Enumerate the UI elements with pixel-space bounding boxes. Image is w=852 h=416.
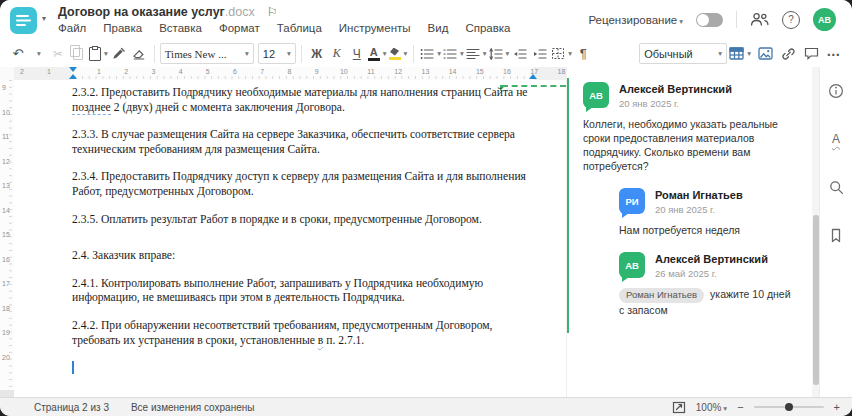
undo-button[interactable]: ↶ xyxy=(8,44,28,64)
bold-button[interactable]: Ж xyxy=(307,44,327,64)
paragraph-style-select[interactable]: Обычный▾ xyxy=(639,43,727,64)
status-bar: Страница 2 из 3 Все изменения сохранены … xyxy=(0,397,852,416)
line-spacing-button[interactable]: ▾ xyxy=(488,44,511,64)
first-line-indent-marker[interactable] xyxy=(69,67,77,72)
align-left-icon xyxy=(466,48,480,60)
avatar: РИ xyxy=(619,188,645,214)
collaboration-users-icon[interactable] xyxy=(750,12,769,27)
italic-button[interactable]: К xyxy=(327,44,347,64)
search-icon[interactable] xyxy=(827,178,845,196)
review-dropdown[interactable]: Рецензирование▾ xyxy=(588,14,683,26)
caret-down-icon: ▾ xyxy=(747,49,751,58)
menu-item-2[interactable]: Правка xyxy=(103,22,142,34)
menu-bar: ФайлПравкаВставкаФорматТаблицаИнструмент… xyxy=(58,22,511,34)
flag-icon[interactable]: ⚐ xyxy=(267,5,278,19)
comment-reply[interactable]: РИРоман Игнатьев20 янв 2025 г.Нам потреб… xyxy=(619,188,797,237)
info-icon[interactable] xyxy=(827,82,845,100)
insert-comment-button[interactable] xyxy=(801,44,821,64)
text-segment: 2.3.5. Оплатить результат Работ в порядк… xyxy=(72,213,482,226)
increase-indent-button[interactable] xyxy=(530,44,550,64)
insert-image-button[interactable] xyxy=(755,44,775,64)
decrease-indent-button[interactable] xyxy=(510,44,530,64)
paragraph[interactable]: 2.3.5. Оплатить результат Работ в порядк… xyxy=(72,213,538,228)
app-logo[interactable] xyxy=(10,7,37,34)
comment-meta: Роман Игнатьев20 янв 2025 г. xyxy=(655,188,743,215)
copy-button[interactable] xyxy=(68,44,88,64)
bullet-list-button[interactable]: ▾ xyxy=(419,44,442,64)
menu-item-4[interactable]: Формат xyxy=(219,22,260,34)
paragraph[interactable]: 2.4. Заказчик вправе: xyxy=(72,249,538,264)
logo-caret-icon[interactable]: ▾ xyxy=(42,14,46,23)
avatar: АВ xyxy=(583,82,609,108)
fit-width-button[interactable] xyxy=(670,401,688,414)
spellcheck-icon[interactable]: А xyxy=(827,130,845,148)
paragraph[interactable]: 2.3.3. В случае размещения Сайта на серв… xyxy=(72,128,538,157)
insert-table-button[interactable]: ▾ xyxy=(728,44,752,64)
menu-item-8[interactable]: Справка xyxy=(465,22,510,34)
caret-down-icon: ▾ xyxy=(460,49,464,58)
font-size-select[interactable]: 12▾ xyxy=(258,43,296,64)
underline-button[interactable]: Ч xyxy=(347,44,367,64)
caret-down-icon: ▾ xyxy=(718,49,722,58)
format-painter-button[interactable] xyxy=(109,44,129,64)
cut-button[interactable]: ✂ xyxy=(48,44,68,64)
numbered-list-button[interactable]: ▾ xyxy=(442,44,465,64)
ruler-number: 2 xyxy=(20,68,24,75)
menu-item-1[interactable]: Файл xyxy=(58,22,86,34)
ruler-number: 1 xyxy=(47,68,51,75)
document-page[interactable]: 2.3.2. Предоставить Подрядчику необходим… xyxy=(14,80,566,398)
menu-item-6[interactable]: Инструменты xyxy=(339,22,411,34)
paste-button[interactable]: ▾ xyxy=(88,44,109,64)
undo-icon: ↶ xyxy=(13,46,24,61)
insert-link-button[interactable] xyxy=(778,44,798,64)
ruler-number: 8 xyxy=(287,68,291,75)
comment-reply[interactable]: АВАлексей Вертинский26 май 2025 г.Роман … xyxy=(619,252,797,317)
highlight-color-button[interactable]: ▾ xyxy=(388,44,409,64)
help-icon[interactable]: ? xyxy=(782,11,800,29)
zoom-slider-track[interactable] xyxy=(754,406,824,408)
page-indicator[interactable]: Страница 2 из 3 xyxy=(34,402,109,413)
comment-card[interactable]: АВАлексей Вертинский20 янв 2025 г.Коллег… xyxy=(583,82,797,173)
font-name-select[interactable]: Times New ...▾ xyxy=(160,43,254,64)
ruler-number: 12 xyxy=(2,158,10,165)
ruler-number: 14 xyxy=(2,207,10,214)
ruler-number: 7 xyxy=(260,68,264,75)
ruler-number: 16 xyxy=(503,68,511,75)
paste-icon xyxy=(89,47,101,61)
scissors-icon: ✂ xyxy=(53,47,63,61)
ruler-number: 20 xyxy=(2,354,10,361)
menu-item-7[interactable]: Вид xyxy=(428,22,449,34)
review-toggle[interactable] xyxy=(696,13,723,27)
decrease-indent-icon xyxy=(513,48,527,60)
user-avatar[interactable]: АВ xyxy=(813,8,836,31)
horizontal-ruler[interactable]: 21123456789101112131415161718 xyxy=(14,67,566,81)
vertical-ruler[interactable]: 91011121314151617181920 xyxy=(0,80,15,398)
zoom-slider-knob[interactable] xyxy=(785,403,793,411)
show-formatting-marks-button[interactable]: ¶ xyxy=(573,44,593,64)
zoom-select[interactable]: 100%▾ xyxy=(696,402,727,413)
menu-item-5[interactable]: Таблица xyxy=(277,22,322,34)
paragraph[interactable]: 2.3.2. Предоставить Подрядчику необходим… xyxy=(72,86,538,115)
zoom-out-button[interactable]: − xyxy=(735,401,745,413)
document-text[interactable]: 2.3.2. Предоставить Подрядчику необходим… xyxy=(72,86,538,374)
paragraph[interactable]: 2.4.1. Контролировать выполнение Работ, … xyxy=(72,277,538,306)
comment-header: АВАлексей Вертинский26 май 2025 г. xyxy=(619,252,797,279)
font-color-button[interactable]: А▾ xyxy=(367,44,388,64)
line-spacing-icon xyxy=(489,48,503,60)
align-button[interactable]: ▾ xyxy=(465,44,488,64)
clear-format-button[interactable] xyxy=(129,44,149,64)
document-extension: .docx xyxy=(225,5,255,19)
comment-thread[interactable]: АВАлексей Вертинский20 янв 2025 г.Коллег… xyxy=(567,78,803,333)
left-indent-marker[interactable] xyxy=(69,74,77,79)
paragraph[interactable]: 2.4.2. При обнаружении несоответствий тр… xyxy=(72,319,538,348)
paragraph[interactable]: 2.3.4. Предоставить Подрядчику доступ к … xyxy=(72,170,538,199)
ruler-number: 4 xyxy=(179,68,183,75)
bookmark-icon[interactable] xyxy=(827,226,845,244)
paragraph-borders-button[interactable]: ▾ xyxy=(550,44,573,64)
top-bar: ▾ Договор на оказание услуг.docx ⚐ ФайлП… xyxy=(0,0,852,40)
zoom-in-button[interactable]: + xyxy=(832,401,842,413)
more-tools-button[interactable]: ⋯ xyxy=(824,44,844,64)
menu-item-3[interactable]: Вставка xyxy=(159,22,202,34)
text-segment: 2.4.1. Контролировать выполнение Работ, … xyxy=(72,277,483,305)
undo-caret[interactable]: ▾ xyxy=(28,44,48,64)
